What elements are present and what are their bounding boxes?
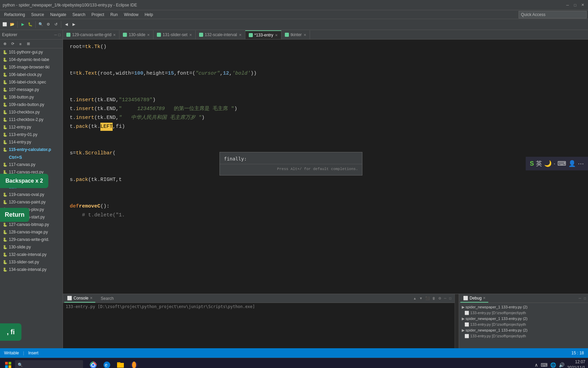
file-item[interactable]: 🐍130-slide.py	[0, 243, 63, 251]
user-icon[interactable]: 👤	[568, 160, 576, 167]
minimize-button[interactable]: ─	[565, 2, 570, 8]
file-item[interactable]: 🐍132-scale-interval.py	[0, 251, 63, 258]
menu-help[interactable]: Help	[142, 12, 156, 18]
file-item[interactable]: 🐍117-canvas.py	[0, 161, 63, 168]
debug-minimize[interactable]: ─	[578, 296, 582, 301]
toolbar-forward[interactable]: ▶	[70, 20, 77, 29]
toolbar-open[interactable]: 📂	[9, 20, 16, 29]
menu-source[interactable]: Source	[28, 12, 47, 18]
tray-volume[interactable]: 🔊	[559, 362, 565, 368]
keyboard-icon[interactable]: ⌨	[557, 160, 566, 167]
file-item[interactable]: 🐍127-canvas-bitmap.py	[0, 221, 63, 228]
file-item[interactable]: 🐍110-checkbox.py	[0, 108, 63, 116]
toolbar-back[interactable]: ◀	[63, 20, 70, 29]
more-icon[interactable]: ⋯	[578, 160, 584, 167]
console-tab-close[interactable]: ✕	[90, 296, 93, 300]
debug-tab[interactable]: ⬜ Debug ✕	[460, 294, 488, 303]
autocomplete-item[interactable]: finally:	[220, 154, 362, 164]
file-item[interactable]: 🐍109-radio-button.py	[0, 101, 63, 108]
menu-window[interactable]: Window	[121, 12, 141, 18]
code-editor[interactable]: root = tk . Tk () t = tk . Text (	[63, 40, 588, 294]
start-button[interactable]	[3, 359, 14, 368]
file-item[interactable]: 🐍134-scale-interval.py	[0, 266, 63, 273]
menu-run[interactable]: Run	[108, 12, 120, 18]
tab-130[interactable]: 130-slide ✕	[119, 30, 153, 39]
file-item[interactable]: Ctrl+S	[0, 153, 63, 161]
menu-navigate[interactable]: Navigate	[47, 12, 69, 18]
tray-keyboard[interactable]: ⌨	[541, 362, 548, 368]
tray-up-arrow[interactable]: ∧	[535, 362, 538, 368]
file-item[interactable]: 🐍113-entry-01.py	[0, 131, 63, 138]
file-item[interactable]: 🐍120-canvas-paint.py	[0, 198, 63, 206]
file-item[interactable]: 🐍106-label-clock.spec	[0, 78, 63, 86]
toolbar-run[interactable]: ▶	[19, 20, 26, 29]
tab-129[interactable]: 129-canvas-write-grid ✕	[63, 30, 119, 39]
file-item[interactable]: 🐍115-entry-calculator.p	[0, 146, 63, 153]
sidebar-filter-btn[interactable]: ≡	[17, 40, 24, 48]
file-item[interactable]: 🐍105-image-browser-tki	[0, 63, 63, 71]
console-minimize[interactable]: ─	[443, 296, 447, 301]
menu-project[interactable]: Project	[89, 12, 107, 18]
sidebar-maximize-icon[interactable]: □	[58, 33, 61, 37]
toolbar-settings[interactable]: ⚙	[45, 20, 52, 29]
taskbar-edge[interactable]: e	[101, 359, 113, 368]
toolbar-new[interactable]: ⬜	[1, 20, 8, 29]
file-item[interactable]: 🐍106-label-clock.py	[0, 71, 63, 78]
sidebar-minimize-icon[interactable]: ─	[54, 33, 57, 37]
tab-close-129[interactable]: ✕	[113, 33, 116, 37]
tab-133[interactable]: *133-entry ✕	[245, 30, 281, 39]
tab-close-131[interactable]: ✕	[189, 33, 192, 37]
ime-icon[interactable]: 英	[536, 159, 542, 168]
debug-close[interactable]: ✕	[483, 296, 486, 300]
menu-search[interactable]: Search	[70, 12, 88, 18]
console-scroll-up[interactable]: ▲	[412, 296, 417, 301]
taskbar-chrome[interactable]	[87, 359, 99, 368]
console-settings[interactable]: ⚙	[438, 296, 442, 301]
console-scroll-down[interactable]: ▼	[419, 296, 423, 301]
console-maximize[interactable]: □	[448, 296, 452, 301]
tab-tkinter[interactable]: tkinter ✕	[281, 30, 310, 39]
vertical-scrollbar[interactable]	[455, 294, 459, 348]
debug-item[interactable]: spider_newspaper_1 133-entry.py (2)	[459, 316, 588, 322]
taskbar-eclipse[interactable]	[128, 359, 140, 368]
toolbar-refresh[interactable]: ↺	[52, 20, 59, 29]
taskbar-search[interactable]: 🔍	[15, 360, 83, 368]
quick-access-input[interactable]: Quick Access	[519, 11, 587, 18]
sidebar-sync-btn[interactable]: ⟳	[9, 40, 16, 48]
tray-network[interactable]: 🌐	[550, 362, 556, 368]
console-clear[interactable]: 🗑	[431, 296, 436, 301]
debug-item[interactable]: spider_newspaper_1 133-entry.py (2)	[459, 327, 588, 333]
tab-close-132[interactable]: ✕	[239, 33, 242, 37]
file-item[interactable]: 🐍119-canvas-oval.py	[0, 191, 63, 198]
file-item[interactable]: 🐍128-canvas-image.py	[0, 228, 63, 236]
file-item[interactable]: 🐍107-message.py	[0, 86, 63, 93]
sohu-icon[interactable]: S	[530, 160, 534, 167]
moon-icon[interactable]: 🌙	[544, 160, 552, 167]
file-item[interactable]: 🐍129-canvas-write-grid.	[0, 236, 63, 243]
tab-132[interactable]: 132-scale-interval ✕	[196, 30, 245, 39]
tab-close-tkinter[interactable]: ✕	[304, 33, 306, 37]
file-item[interactable]: 🐍104-dynamic-text-labe	[0, 56, 63, 63]
file-item[interactable]: 🐍101-pythonr-gui.py	[0, 48, 63, 56]
sidebar-collapse-btn[interactable]: ⊕	[1, 40, 8, 48]
menu-refactoring[interactable]: Refactoring	[1, 12, 28, 18]
console-stop[interactable]: ⬛	[425, 296, 430, 301]
tab-131[interactable]: 131-slider-set ✕	[153, 30, 196, 39]
debug-item[interactable]: spider_newspaper_1 133-entry.py (2)	[459, 304, 588, 310]
debug-maximize[interactable]: □	[583, 296, 587, 301]
console-tab[interactable]: ⬜ Console ✕	[64, 294, 95, 303]
toolbar-search[interactable]: 🔍	[37, 20, 44, 29]
taskbar-file-explorer[interactable]	[114, 359, 127, 368]
toolbar-debug[interactable]: 🐛	[27, 20, 34, 29]
file-item[interactable]: 🐍114-entry.py	[0, 138, 63, 146]
file-item[interactable]: 🐍112-entry.py	[0, 123, 63, 131]
search-tab[interactable]: Search	[98, 294, 116, 303]
tab-close-133[interactable]: ✕	[275, 33, 278, 37]
sidebar-expand-btn[interactable]: ⊞	[25, 40, 32, 48]
file-item[interactable]: 🐍111-checkbox-2.py	[0, 116, 63, 123]
tab-close-130[interactable]: ✕	[147, 33, 150, 37]
file-item[interactable]: 🐍108-button.py	[0, 93, 63, 101]
close-button[interactable]: ✕	[580, 2, 585, 8]
maximize-button[interactable]: □	[572, 2, 578, 8]
file-item[interactable]: 🐍133-slider-set.py	[0, 258, 63, 266]
